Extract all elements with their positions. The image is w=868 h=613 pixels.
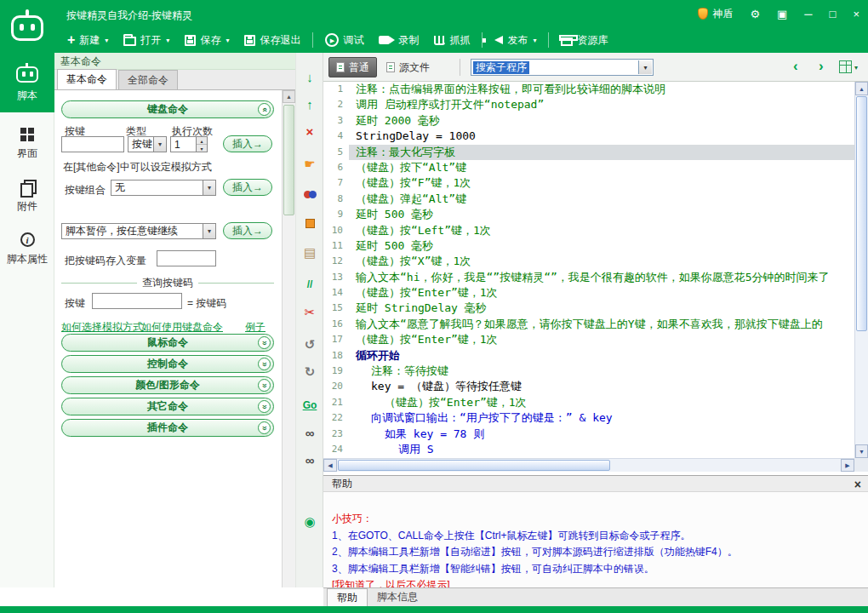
orange-block-icon[interactable] [296, 213, 323, 233]
nav-next-icon[interactable]: › [819, 58, 824, 75]
close-button[interactable]: × [853, 9, 859, 20]
dismiss-tips-link[interactable]: [我知道了，以后不必提示] [332, 577, 868, 587]
section-control-commands[interactable]: 控制命令 « [61, 355, 274, 373]
store-variable-input[interactable] [157, 250, 216, 266]
code-line[interactable]: 19注释：等待按键 [323, 364, 854, 379]
code-line[interactable]: 18循环开始 [323, 348, 854, 364]
code-line[interactable]: 6（键盘）按下“Alt”键 [323, 160, 854, 175]
section-color-commands[interactable]: 颜色/图形命令 « [61, 376, 274, 394]
publish-button[interactable]: 发布 ▾ [487, 27, 544, 53]
settings-gear-icon[interactable]: ⚙ [750, 9, 760, 20]
mode-normal-button[interactable]: 普通 [328, 57, 377, 77]
goto-icon[interactable]: Go [296, 395, 323, 415]
new-button[interactable]: + 新建 ▾ [60, 27, 116, 53]
library-button[interactable]: 资源库 [553, 27, 615, 53]
code-line[interactable]: 8（键盘）弹起“Alt”键 [323, 192, 854, 207]
chevron-down-icon[interactable]: ▾ [153, 137, 166, 152]
drag-hand-icon[interactable]: ☛ [296, 153, 323, 174]
redo-icon[interactable]: ↻ [296, 361, 323, 381]
code-line[interactable]: 13输入文本“hi，你好，我是“”按键精灵“”，我是个很有趣的软件，如果你愿意花… [323, 270, 854, 285]
query-key-input[interactable] [92, 293, 182, 309]
sidebar-item-script-props[interactable]: i 脚本属性 [0, 225, 54, 274]
code-area[interactable]: 1注释：点击编辑界面的注释按钮，即可看到比较详细的脚本说明 2调用 启动程序或打… [323, 82, 854, 458]
code-line[interactable]: 2调用 启动程序或打开文件“notepad” [323, 97, 854, 112]
insert-combo-button[interactable]: 插入→ [223, 179, 272, 196]
chevron-down-icon[interactable]: ▾ [203, 180, 215, 195]
preview-icon[interactable]: ◉ [296, 511, 323, 531]
scroll-down-icon[interactable]: ▼ [855, 444, 868, 458]
scroll-up-icon[interactable]: ▲ [855, 82, 868, 95]
code-line[interactable]: 7（键盘）按“F”键，1次 [323, 175, 854, 191]
scroll-left-icon[interactable]: ◀ [323, 459, 337, 472]
code-line[interactable]: 3延时 2000 毫秒 [323, 113, 854, 129]
code-line[interactable]: 12（键盘）按“X”键，1次 [323, 254, 854, 269]
app-logo-icon[interactable] [11, 9, 43, 45]
code-line[interactable]: 20key = （键盘）等待按任意键 [323, 379, 854, 394]
section-plugin-commands[interactable]: 插件命令 « [61, 419, 274, 437]
insert-pause-button[interactable]: 插入→ [223, 222, 272, 239]
code-line[interactable]: 23如果 key = 78 则 [323, 427, 854, 442]
panel-scrollbar-thumb[interactable] [283, 105, 294, 215]
layout-grid-icon[interactable] [839, 60, 852, 73]
minimize-button[interactable]: ─ [804, 9, 812, 20]
pause-select[interactable]: 脚本暂停，按任意键继续 ▾ [61, 223, 216, 239]
save-exit-button[interactable]: 保存退出 [237, 27, 308, 53]
sidebar-item-script[interactable]: 脚本 [0, 53, 54, 112]
combo-select[interactable]: 无 ▾ [111, 180, 216, 196]
code-line[interactable]: 21（键盘）按“Enter”键，1次 [323, 395, 854, 410]
expand-icon[interactable]: « [258, 336, 271, 349]
spin-down-icon[interactable]: ▾ [197, 145, 207, 152]
grab-button[interactable]: 抓抓 [426, 27, 477, 53]
sidebar-item-attachment[interactable]: 附件 [0, 172, 54, 221]
color-balls-icon[interactable] [296, 184, 323, 204]
open-button[interactable]: 打开 ▾ [116, 27, 177, 53]
count-stepper[interactable]: 1 ▴ ▾ [170, 136, 208, 152]
code-line[interactable]: 9延时 500 毫秒 [323, 207, 854, 222]
open-dropdown-icon[interactable]: ▾ [166, 37, 169, 44]
section-mouse-commands[interactable]: 鼠标命令 « [61, 334, 274, 352]
mode-source-button[interactable]: 源文件 [380, 57, 437, 77]
insert-line-above-icon[interactable]: ↑ [296, 94, 323, 114]
search-input[interactable]: 搜索子程序 [473, 61, 529, 74]
undo-icon[interactable]: ↺ [296, 334, 323, 354]
expand-icon[interactable]: « [258, 379, 271, 392]
code-line[interactable]: 1注释：点击编辑界面的注释按钮，即可看到比较详细的脚本说明 [323, 82, 854, 97]
horizontal-scrollbar-thumb[interactable] [338, 460, 610, 471]
nav-prev-icon[interactable]: ‹ [793, 58, 798, 75]
vertical-scrollbar[interactable]: ▲ ▼ [854, 82, 868, 458]
scroll-up-icon[interactable]: ▲ [283, 90, 295, 103]
find-next-icon[interactable]: ∞ [296, 450, 323, 470]
debug-button[interactable]: ▶ 调试 [317, 27, 371, 53]
sidebar-item-ui[interactable]: 界面 [0, 119, 54, 169]
vertical-scrollbar-thumb[interactable] [856, 96, 867, 331]
code-line[interactable]: 22向调试窗口输出：“用户按下了的键是：” & key [323, 410, 854, 426]
shield-badge[interactable]: 神盾 [698, 7, 733, 21]
code-line[interactable]: 16输入文本“愿意了解我吗？如果愿意，请你按下键盘上的Y键，如果不喜欢我，那就按… [323, 317, 854, 332]
help-close-icon[interactable]: × [854, 477, 861, 492]
find-icon[interactable]: ∞ [296, 422, 323, 443]
collapse-icon[interactable]: « [258, 103, 271, 116]
maximize-button[interactable]: □ [830, 9, 837, 20]
code-line[interactable]: 4StringDelay = 1000 [323, 129, 854, 144]
chevron-down-icon[interactable]: ▾ [203, 224, 215, 238]
comment-icon[interactable]: // [296, 274, 323, 295]
horizontal-scrollbar[interactable]: ◀ ▶ [323, 458, 854, 472]
scroll-right-icon[interactable]: ▶ [841, 459, 854, 472]
link-keyboard-usage[interactable]: 如何使用键盘命令 [141, 320, 223, 335]
expand-icon[interactable]: « [258, 421, 271, 434]
link-example[interactable]: 例子 [245, 320, 266, 335]
key-input[interactable] [61, 136, 124, 152]
tray-window-icon[interactable]: ▣ [777, 9, 787, 20]
panel-scrollbar[interactable]: ▲ ▼ [282, 90, 295, 606]
expand-icon[interactable]: « [258, 400, 271, 413]
save-button[interactable]: 保存 ▾ [177, 27, 237, 53]
insert-key-button[interactable]: 插入→ [223, 135, 272, 152]
code-line[interactable]: 11延时 500 毫秒 [323, 238, 854, 254]
type-select[interactable]: 按键 ▾ [128, 136, 167, 152]
record-button[interactable]: 录制 [371, 27, 426, 53]
publish-dropdown-icon[interactable]: ▾ [533, 37, 536, 44]
tab-help[interactable]: 帮助 [327, 588, 368, 606]
uncomment-cut-icon[interactable]: ✂ [296, 301, 323, 322]
search-subroutine-combo[interactable]: 搜索子程序 ▾ [471, 59, 654, 76]
chevron-down-icon[interactable]: ▾ [638, 60, 652, 74]
